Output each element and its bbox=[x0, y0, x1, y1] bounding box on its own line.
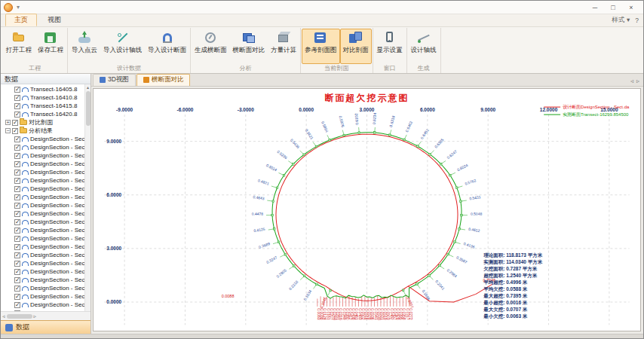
tree-checkbox[interactable] bbox=[14, 145, 20, 151]
tree-item-design-section[interactable]: DesignSection - Sect bbox=[2, 234, 84, 243]
tree-checkbox[interactable] bbox=[14, 178, 20, 184]
save-project-button[interactable]: 保存工程 bbox=[35, 29, 66, 64]
tree-item-design-section[interactable]: DesignSection - Sect bbox=[2, 259, 84, 267]
tree-item-design-section[interactable]: DesignSection - Sect bbox=[2, 185, 84, 193]
document-tab-0[interactable]: 3D视图 bbox=[93, 74, 136, 86]
tree-checkbox[interactable] bbox=[14, 244, 20, 250]
tree-item-design-section[interactable]: DesignSection - Sect bbox=[2, 135, 84, 143]
tree-item-design-section[interactable]: DesignSection - Sect bbox=[2, 292, 84, 301]
scroll-up-icon[interactable]: ▴ bbox=[87, 84, 89, 90]
svg-text:0.0272: 0.0272 bbox=[409, 308, 413, 320]
tree-item-design-section[interactable]: DesignSection - Sect bbox=[2, 201, 84, 209]
tree-item-design-section[interactable]: DesignSection - Sect bbox=[2, 176, 84, 185]
style-dropdown[interactable]: 样式 ▾ bbox=[612, 16, 630, 25]
data-panel-button[interactable]: 数据 bbox=[1, 320, 90, 334]
tree-item-design-section[interactable]: DesignSection - Sect bbox=[2, 301, 84, 309]
ribbon-group-4: 显示设置窗口 bbox=[373, 28, 407, 73]
tree-item-design-section[interactable]: DesignSection - Sect bbox=[2, 143, 84, 151]
tree-item-design-section[interactable]: DesignSection - Sect bbox=[2, 267, 84, 276]
ribbon-group-label: 工程 bbox=[3, 64, 66, 73]
chart-viewport[interactable]: -9.0000-6.0000-3.00000.00003.00006.00009… bbox=[93, 88, 641, 331]
tree-checkbox[interactable] bbox=[14, 186, 20, 192]
tree-item-design-section[interactable]: DesignSection - Sect bbox=[2, 226, 84, 234]
tree-item-design-section[interactable]: DesignSection - Sect bbox=[2, 218, 84, 226]
open-project-button[interactable]: 打开工程 bbox=[3, 29, 35, 64]
tree-checkbox[interactable] bbox=[14, 310, 20, 312]
tab-nav-arrows[interactable]: ◃▹ bbox=[627, 78, 643, 86]
chevron-down-icon: ▾ bbox=[627, 16, 630, 23]
tree-item-transect[interactable]: Transect-16415.8 bbox=[2, 102, 84, 110]
tree-checkbox[interactable] bbox=[14, 277, 20, 283]
tree-item-label: DesignSection - Sect bbox=[30, 293, 87, 300]
ribbon-group-5: 设计轴线生成 bbox=[407, 28, 441, 73]
tree-checkbox[interactable] bbox=[14, 194, 20, 200]
ribbon-tab-0[interactable]: 主页 bbox=[5, 14, 37, 26]
tree-checkbox[interactable] bbox=[14, 228, 20, 234]
tree-checkbox[interactable] bbox=[14, 95, 20, 101]
tree-item-transect[interactable]: Transect-16410.8 bbox=[2, 93, 84, 102]
section-arc-icon bbox=[22, 154, 29, 158]
tree-checkbox[interactable] bbox=[14, 203, 20, 209]
tree-checkbox[interactable] bbox=[14, 252, 20, 258]
tree-item-transect[interactable]: Transect-16405.8 bbox=[2, 85, 84, 93]
tree-item-design-section[interactable]: DesignSection - Sect bbox=[2, 309, 84, 311]
tree-item-design-section[interactable]: DesignSection - Sect bbox=[2, 151, 84, 160]
scroll-right-icon[interactable]: ▹ bbox=[34, 313, 37, 319]
tree-checkbox[interactable] bbox=[14, 170, 20, 176]
reference-profile-button[interactable]: 参考剖面图 bbox=[302, 29, 340, 64]
tree-checkbox[interactable] bbox=[14, 261, 20, 267]
tree-item-label: DesignSection - Sect bbox=[30, 194, 87, 200]
tree-checkbox[interactable] bbox=[14, 219, 20, 225]
import-section-button[interactable]: 导入设计断面 bbox=[145, 29, 189, 64]
tree-checkbox[interactable] bbox=[14, 103, 20, 109]
tree-expander-icon[interactable]: + bbox=[5, 120, 11, 125]
generate-section-button[interactable]: 生成横断面 bbox=[192, 29, 230, 64]
scrollbar-thumb[interactable] bbox=[86, 91, 90, 126]
scroll-left-icon[interactable]: ◃ bbox=[2, 313, 5, 319]
compare-profile-button[interactable]: 对比剖面 bbox=[340, 29, 372, 64]
tree-item-design-section[interactable]: DesignSection - Sect bbox=[2, 209, 84, 218]
tree-checkbox[interactable] bbox=[14, 211, 20, 217]
svg-text:0.2218: 0.2218 bbox=[288, 279, 299, 292]
help-button[interactable]: ? bbox=[635, 17, 639, 24]
tree-item-design-section[interactable]: DesignSection - Sect bbox=[2, 168, 84, 176]
data-tree[interactable]: ▴ Transect-16405.8Transect-16410.8Transe… bbox=[1, 84, 90, 311]
tree-checkbox[interactable] bbox=[14, 161, 20, 167]
tree-folder-results[interactable]: −分析结果 bbox=[2, 127, 84, 135]
scrollbar-thumb[interactable] bbox=[7, 314, 32, 319]
minimize-button[interactable]: ─ bbox=[586, 2, 604, 13]
document-tab-1[interactable]: 横断面对比 bbox=[136, 74, 191, 86]
maximize-button[interactable]: □ bbox=[604, 2, 622, 13]
ribbon-tab-1[interactable]: 视图 bbox=[38, 14, 70, 26]
tree-item-design-section[interactable]: DesignSection - Sect bbox=[2, 243, 84, 251]
compare-section-button[interactable]: 横断面对比 bbox=[230, 29, 268, 64]
tree-expander-icon[interactable]: − bbox=[5, 128, 11, 133]
close-button[interactable]: × bbox=[622, 2, 640, 13]
import-pointcloud-button[interactable]: 导入点云 bbox=[69, 29, 100, 64]
display-settings-button[interactable]: 显示设置 bbox=[374, 29, 406, 64]
tree-checkbox[interactable] bbox=[12, 120, 18, 126]
tree-checkbox[interactable] bbox=[14, 286, 20, 292]
tree-checkbox[interactable] bbox=[14, 136, 20, 142]
tree-folder-compare[interactable]: +对比剖面 bbox=[2, 118, 84, 127]
tree-checkbox[interactable] bbox=[14, 111, 20, 118]
tree-item-design-section[interactable]: DesignSection - Sect bbox=[2, 276, 84, 284]
tree-checkbox[interactable] bbox=[14, 302, 20, 308]
tree-vertical-scrollbar[interactable]: ▴ bbox=[84, 84, 90, 311]
tree-checkbox[interactable] bbox=[14, 269, 20, 275]
tree-checkbox[interactable] bbox=[14, 87, 20, 93]
tree-item-design-section[interactable]: DesignSection - Sect bbox=[2, 251, 84, 259]
tree-checkbox[interactable] bbox=[12, 128, 18, 134]
design-axis-button[interactable]: 设计轴线 bbox=[408, 29, 440, 64]
tree-item-transect[interactable]: Transect-16420.8 bbox=[2, 110, 84, 118]
tree-horizontal-scrollbar[interactable]: ◃ ▹ bbox=[1, 311, 90, 320]
quick-access-icon[interactable]: ▾ bbox=[17, 4, 20, 11]
tree-item-design-section[interactable]: DesignSection - Sect bbox=[2, 284, 84, 292]
tree-checkbox[interactable] bbox=[14, 153, 20, 159]
volume-calc-button[interactable]: 方量计算 bbox=[268, 29, 299, 64]
tree-item-design-section[interactable]: DesignSection - Sect bbox=[2, 193, 84, 201]
tree-item-design-section[interactable]: DesignSection - Sect bbox=[2, 160, 84, 168]
tree-checkbox[interactable] bbox=[14, 294, 20, 300]
tree-checkbox[interactable] bbox=[14, 236, 20, 242]
import-axis-button[interactable]: 导入设计轴线 bbox=[100, 29, 145, 64]
